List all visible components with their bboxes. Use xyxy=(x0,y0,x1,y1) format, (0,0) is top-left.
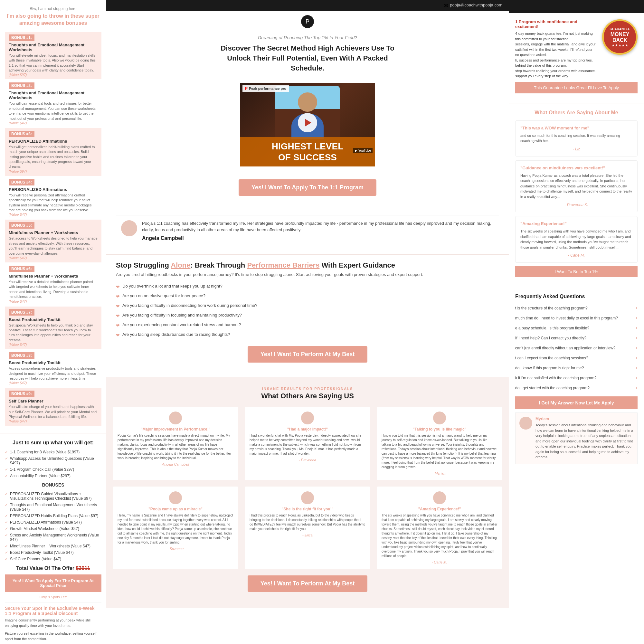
top1-button[interactable]: I Want To Be In Top 1% xyxy=(515,266,638,277)
faq-question-8[interactable]: k if I'm not satisfied with the coaching… xyxy=(515,376,638,380)
bonus-desc-8: Access comprehensive productivity tools … xyxy=(9,366,98,381)
faq-question-9[interactable]: do I get started with the coaching progr… xyxy=(515,386,638,390)
bonus-label-1: BONUS #1: xyxy=(9,34,34,41)
bonus-summary-4: ✓PERSONALIZED Affirmations (Value $47) xyxy=(5,519,101,526)
right-t-1: "This was a WOW moment for me" and so so… xyxy=(515,120,638,156)
bonus-summary-2: ✓Thoughts and Emotional Management Works… xyxy=(5,502,101,513)
bonus-summary-1: ✓PERSONALIZED Guided Visualizations + Vi… xyxy=(5,491,101,502)
check-item-6: ❤Are you facing sleep disturbances due t… xyxy=(116,330,499,340)
insane-t-2: "Had a major impact!" I had a wonderful … xyxy=(245,407,370,480)
right-t-name-3: - Carle M. xyxy=(520,253,632,258)
bonus-desc-4: You will receive personalized affirmatio… xyxy=(9,193,98,213)
faq-item-5[interactable]: can't just enroll directly without an ap… xyxy=(515,343,638,353)
faq-question-2[interactable]: much time do I need to invest daily to e… xyxy=(515,316,638,320)
logo-icon: P xyxy=(301,15,314,28)
guarantee-text-4: no questions asked. xyxy=(515,52,597,58)
faq-question-7[interactable]: do I know if this program is right for m… xyxy=(515,366,638,370)
hero-cta-button[interactable]: Yes! I Want To Apply To The 1:1 Program xyxy=(239,179,376,196)
faq-item-7[interactable]: do I know if this program is right for m… xyxy=(515,363,638,373)
insane-t-name-6: - Carle M. xyxy=(382,560,497,564)
bonus-desc-3: You will get personalized habit-building… xyxy=(9,145,98,169)
guarantee-cta-button[interactable]: This Guarantee Looks Great I'll Love To … xyxy=(515,82,638,93)
faq-question-5[interactable]: can't just enroll directly without an ap… xyxy=(515,346,638,350)
video-container[interactable]: P Peak performance pro HIGHEST LEVEL OF … xyxy=(240,83,375,166)
bonus-label-9: BONUS #9: xyxy=(9,391,34,397)
bonus-item-2: BONUS #2: Thoughts and Emotional Managem… xyxy=(5,80,101,128)
faq-arrow-1: + xyxy=(635,306,638,310)
bonus-summary-7: ✓Mindfulness Planner + Worksheets (Value… xyxy=(5,543,101,549)
insane-avatar-4 xyxy=(169,491,182,504)
faq-item-2[interactable]: much time do I need to invest daily to e… xyxy=(515,313,638,323)
bonus-title-4: PERSONALIZED Affirmations xyxy=(9,187,98,192)
faq-item-3[interactable]: e a busy schedule. Is this program flexi… xyxy=(515,323,638,333)
top-bar: ✉ pooja@coachwithpooja.com xyxy=(106,0,509,11)
guarantee-text-3: satisfied within the first two weeks, I'… xyxy=(515,47,597,52)
video-text-line2: OF SUCCESS xyxy=(244,152,371,163)
bonus-summary-3: ✓PERSONALIZED Habits-Building Plans (Val… xyxy=(5,513,101,519)
bonus-item-6: BONUS #6: Mindfulness Planner + Workshee… xyxy=(5,263,101,306)
faq-item-4[interactable]: If I need help? Can I contact you direct… xyxy=(515,333,638,343)
bonus-item-8: BONUS #8: Boost Productivity Toolkit Acc… xyxy=(5,350,101,387)
bonus-summary-5: ✓Growth Mindset Worksheets (Value $47) xyxy=(5,526,101,532)
stop-title-p3: With Expert Guidance xyxy=(319,261,395,269)
faq-item-9[interactable]: do I get started with the coaching progr… xyxy=(515,383,638,393)
faq-question-6[interactable]: t can I expect from the coaching session… xyxy=(515,356,638,360)
insane-t-title-5: "She is the right fit for you!" xyxy=(250,507,365,511)
badge-money-back: MONEYBACK xyxy=(611,32,630,43)
apply-bottom-button[interactable]: I Got My Answer Now Let Me Apply xyxy=(515,396,638,409)
bonus-desc-9: You will take charge of your health and … xyxy=(9,404,98,419)
right-t-name-2: - Praveena K. xyxy=(520,203,632,207)
badge-stars: ★ ★ ★ ★ ★ xyxy=(612,44,628,47)
secure-text-1: Imagine consistently performing at your … xyxy=(5,618,101,628)
person-head xyxy=(298,92,317,112)
bonus-label-6: BONUS #6: xyxy=(9,266,34,272)
bonus-value-6: (Value $47) xyxy=(9,299,98,303)
myriam-content: Myriam Today's session about intentional… xyxy=(535,417,633,460)
myriam-review: Myriam Today's session about intentional… xyxy=(515,412,638,464)
check-item-2: ❤Are you on an elusive quest for inner p… xyxy=(116,291,499,301)
check-item-5: ❤Are you experiencing constant work-rela… xyxy=(116,320,499,330)
summary-cta-button[interactable]: Yes! I Want To Apply For The Program At … xyxy=(5,574,101,592)
faq-item-6[interactable]: t can I expect from the coaching session… xyxy=(515,353,638,363)
stop-checklist: ❤Do you overthink a lot and that keeps y… xyxy=(116,282,499,340)
guarantee-text-5: h, success and performance are my top pr… xyxy=(515,58,597,63)
faq-title: Frequently Asked Questions xyxy=(515,294,638,299)
play-button[interactable] xyxy=(298,113,317,132)
bonus-title-9: Self Care Planner xyxy=(9,399,98,403)
summary-cta-sub: Only 8 Spots Left xyxy=(5,595,101,599)
bonus-value-2: (Value $47) xyxy=(9,121,98,125)
faq-question-1[interactable]: t is the structure of the coaching progr… xyxy=(515,306,638,310)
faq-question-3[interactable]: e a busy schedule. Is this program flexi… xyxy=(515,326,638,330)
faq-item-1[interactable]: t is the structure of the coaching progr… xyxy=(515,303,638,313)
faq-arrow-7: + xyxy=(635,366,638,370)
bonus-desc-7: Get special Worksheets to help you think… xyxy=(9,323,98,343)
insane-cta-button[interactable]: Yes! I Want To Perform At My Best xyxy=(248,575,367,592)
summary-list: ✓1-1 Coaching for 8 Weeks (Value $1997) … xyxy=(5,449,101,479)
faq-arrow-6: + xyxy=(635,356,638,360)
email-link[interactable]: pooja@coachwithpooja.com xyxy=(450,3,502,9)
insane-grid: "Major Improvement in Performance!" Pooj… xyxy=(113,407,502,569)
faq-list: t is the structure of the coaching progr… xyxy=(515,303,638,393)
stop-subtitle: Are you tired of hitting roadblocks in y… xyxy=(116,272,499,277)
guarantee-text-8: support you every step of the way. xyxy=(515,73,597,79)
video-text-line1: HIGHEST LEVEL xyxy=(244,141,371,152)
stop-cta-button[interactable]: Yes! I Want To Perform At My Best xyxy=(248,346,367,363)
summary-title: Just to sum up what you will get: xyxy=(5,440,101,446)
main-testimonial: Pooja's 1:1 coaching has effectively tra… xyxy=(116,215,499,246)
bonus-value-3: (Value $97) xyxy=(9,169,98,173)
faq-question-4[interactable]: If I need help? Can I contact you direct… xyxy=(515,336,638,340)
insane-t-text-5: I had this process to reach Pooja as Lin… xyxy=(250,513,365,531)
bonus-title-7: Boost Productivity Toolkit xyxy=(9,317,98,322)
right-t-title-3: "Amazing Experience!" xyxy=(520,221,632,226)
bonuses-list: ✓PERSONALIZED Guided Visualizations + Vi… xyxy=(5,491,101,562)
secure-text-2: Picture yourself excelling in the workpl… xyxy=(5,631,101,641)
faq-item-8[interactable]: k if I'm not satisfied with the coaching… xyxy=(515,373,638,383)
right-t-text-3: The six weeks of speaking with you have … xyxy=(520,229,632,250)
bonus-value-4: (Value $47) xyxy=(9,213,98,216)
faq-arrow-8: + xyxy=(635,376,638,380)
insane-t-title-6: "Amazing Experience!" xyxy=(382,507,497,511)
hero-title: Discover The Secret Method High Achiever… xyxy=(211,43,404,73)
guarantee-text-2: sessions, engage with the material, and … xyxy=(515,42,597,47)
play-triangle xyxy=(305,119,311,127)
insane-avatar-6 xyxy=(433,491,446,504)
